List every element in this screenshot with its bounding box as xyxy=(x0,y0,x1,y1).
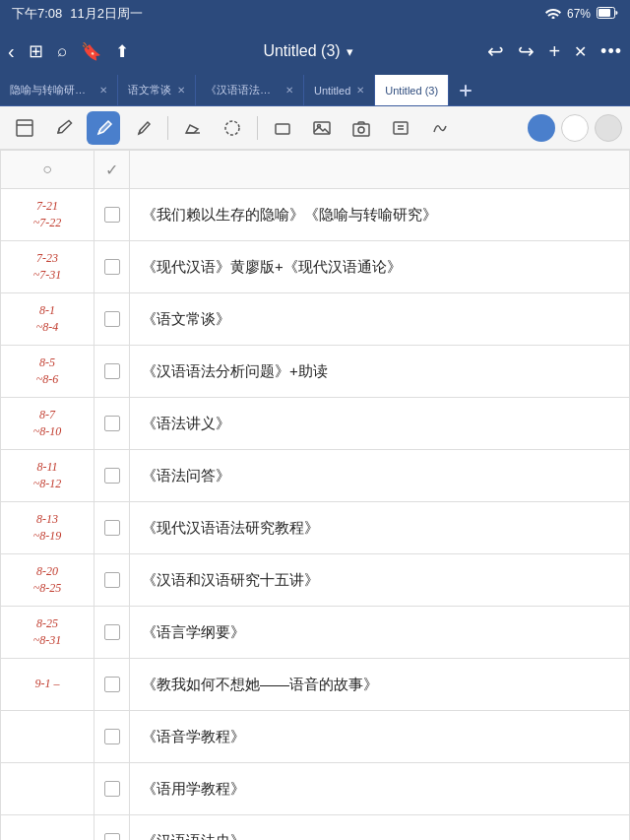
tab-3[interactable]: Untitled ✕ xyxy=(304,75,375,105)
check-cell[interactable] xyxy=(94,241,130,293)
tab-close-icon[interactable]: ✕ xyxy=(285,85,293,96)
more-button[interactable]: ••• xyxy=(600,41,622,62)
page-layout-tool[interactable] xyxy=(8,111,41,145)
bookmark-button[interactable]: 🔖 xyxy=(81,41,101,62)
checkbox[interactable] xyxy=(104,468,120,484)
check-cell[interactable] xyxy=(94,763,130,815)
checkbox[interactable] xyxy=(104,624,120,640)
table-row: 8-7~8-10《语法讲义》 xyxy=(1,398,630,450)
signature-tool[interactable] xyxy=(423,111,457,145)
date-cell: 8-11~8-12 xyxy=(1,450,94,502)
checkbox[interactable] xyxy=(104,833,120,840)
tab-4[interactable]: Untitled (3) xyxy=(375,75,449,105)
checkbox[interactable] xyxy=(104,363,120,379)
reading-table: ○ ✓ 7-21~7-22《我们赖以生存的隐喻》《隐喻与转喻研究》7-23~7-… xyxy=(0,150,630,840)
tab-bar: 隐喻与转喻研究·... ✕ 语文常谈 ✕ 《汉语语法分析... ✕ Untitl… xyxy=(0,75,630,106)
checkbox[interactable] xyxy=(104,311,120,327)
eraser-tool[interactable] xyxy=(176,111,210,145)
pencil-tool[interactable] xyxy=(47,111,81,145)
title-bar-left: ‹ ⊞ ⌕ 🔖 ⬆ xyxy=(8,40,129,63)
book-title: 《汉语语法史》 xyxy=(130,832,257,841)
title-cell: 《语言学纲要》 xyxy=(130,607,630,659)
check-cell[interactable] xyxy=(94,607,130,659)
date-cell: 8-13~8-19 xyxy=(1,502,94,554)
new-tab-button[interactable] xyxy=(449,75,482,105)
tab-close-icon[interactable]: ✕ xyxy=(177,85,185,96)
table-row: 7-23~7-31《现代汉语》黄廖版+《现代汉语通论》 xyxy=(1,241,630,293)
color-gray-circle[interactable] xyxy=(595,114,622,142)
date-text: 8-7~8-10 xyxy=(1,403,94,444)
check-cell[interactable] xyxy=(94,189,130,241)
document-title: Untitled (3) xyxy=(263,42,340,60)
status-bar: 下午7:08 11月2日周一 67% xyxy=(0,0,630,28)
header-title-cell xyxy=(130,151,630,189)
share-button[interactable]: ⬆ xyxy=(115,41,129,62)
checkmark-icon: ✓ xyxy=(94,151,129,188)
date-text: 8-5~8-6 xyxy=(1,351,94,392)
checkbox[interactable] xyxy=(104,207,120,223)
book-title: 《语法问答》 xyxy=(130,467,242,485)
checkbox[interactable] xyxy=(104,520,120,536)
status-right: 67% xyxy=(545,7,618,22)
tab-close-icon[interactable]: ✕ xyxy=(356,85,364,96)
book-title: 《汉语语法分析问题》+助读 xyxy=(130,362,340,381)
undo-button[interactable]: ↩ xyxy=(487,39,504,63)
tab-0[interactable]: 隐喻与转喻研究·... ✕ xyxy=(0,75,118,105)
title-bar-right: ↩ ↪ + ✕ ••• xyxy=(487,39,622,63)
tab-label: Untitled xyxy=(314,85,350,97)
table-row: 8-5~8-6《汉语语法分析问题》+助读 xyxy=(1,346,630,398)
check-cell[interactable] xyxy=(94,346,130,398)
checkbox[interactable] xyxy=(104,416,120,431)
title-cell: 《语法讲义》 xyxy=(130,398,630,450)
date-cell: 8-1~8-4 xyxy=(1,293,94,346)
tab-label: Untitled (3) xyxy=(385,85,438,97)
date-cell: 7-21~7-22 xyxy=(1,189,94,241)
title-bar-center[interactable]: Untitled (3) ▾ xyxy=(263,42,352,60)
book-title: 《汉语和汉语研究十五讲》 xyxy=(130,571,331,590)
pen-tool[interactable] xyxy=(126,111,159,145)
book-title: 《现代汉语》黄廖版+《现代汉语通论》 xyxy=(130,258,413,277)
camera-tool[interactable] xyxy=(345,111,378,145)
book-title: 《我们赖以生存的隐喻》《隐喻与转喻研究》 xyxy=(130,206,449,225)
check-cell[interactable] xyxy=(94,502,130,554)
date-text: 7-23~7-31 xyxy=(1,246,94,288)
checkbox[interactable] xyxy=(104,781,120,797)
check-cell[interactable] xyxy=(94,711,130,763)
table-row: 《汉语语法史》 xyxy=(1,815,630,841)
date-text: 7-21~7-22 xyxy=(1,194,94,235)
check-cell[interactable] xyxy=(94,659,130,711)
clock-icon: ○ xyxy=(1,151,94,188)
check-cell[interactable] xyxy=(94,554,130,607)
title-cell: 《教我如何不想她——语音的故事》 xyxy=(130,659,630,711)
grid-button[interactable]: ⊞ xyxy=(29,40,43,62)
checkbox[interactable] xyxy=(104,572,120,588)
title-bar: ‹ ⊞ ⌕ 🔖 ⬆ Untitled (3) ▾ ↩ ↪ + ✕ ••• xyxy=(0,28,630,75)
checkbox[interactable] xyxy=(104,677,120,692)
check-cell[interactable] xyxy=(94,815,130,841)
shapes-tool[interactable] xyxy=(266,111,299,145)
close-button[interactable]: ✕ xyxy=(574,42,587,61)
color-white-circle[interactable] xyxy=(561,114,589,142)
add-button[interactable]: + xyxy=(548,40,560,63)
table-row: 7-21~7-22《我们赖以生存的隐喻》《隐喻与转喻研究》 xyxy=(1,189,630,241)
book-title: 《语文常谈》 xyxy=(130,310,242,329)
text-box-tool[interactable] xyxy=(384,111,417,145)
check-cell[interactable] xyxy=(94,450,130,502)
color-blue-circle[interactable] xyxy=(528,114,555,142)
book-title: 《语法讲义》 xyxy=(130,415,242,433)
image-tool[interactable] xyxy=(305,111,339,145)
back-button[interactable]: ‹ xyxy=(8,40,15,63)
redo-button[interactable]: ↪ xyxy=(518,39,535,63)
highlighter-tool[interactable] xyxy=(87,111,120,145)
check-cell[interactable] xyxy=(94,293,130,346)
tab-1[interactable]: 语文常谈 ✕ xyxy=(118,75,196,105)
lasso-tool[interactable] xyxy=(216,111,249,145)
tab-2[interactable]: 《汉语语法分析... ✕ xyxy=(196,75,304,105)
check-cell[interactable] xyxy=(94,398,130,450)
checkbox[interactable] xyxy=(104,729,120,744)
title-cell: 《我们赖以生存的隐喻》《隐喻与转喻研究》 xyxy=(130,189,630,241)
tab-close-icon[interactable]: ✕ xyxy=(99,85,107,96)
table-header: ○ ✓ xyxy=(1,151,630,189)
search-button[interactable]: ⌕ xyxy=(57,41,67,61)
checkbox[interactable] xyxy=(104,259,120,275)
